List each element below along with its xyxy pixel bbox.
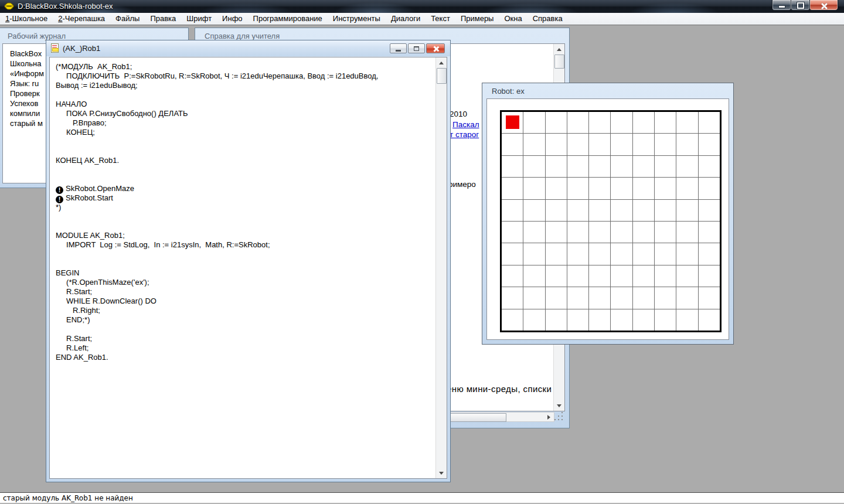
- restore-icon: [797, 2, 804, 9]
- code-line: [56, 325, 436, 334]
- grid-cell: [699, 309, 720, 331]
- robot-maze-view: [486, 98, 729, 340]
- code-line: [56, 147, 436, 156]
- grid-cell: [611, 200, 632, 221]
- scroll-up-button[interactable]: [554, 45, 564, 54]
- scrollbar-thumb[interactable]: [437, 68, 447, 84]
- code-vertical-scrollbar[interactable]: [435, 57, 447, 478]
- grid-cell: [611, 287, 632, 308]
- grid-cell: [633, 287, 654, 308]
- close-button[interactable]: [426, 43, 445, 53]
- grid-cell: [567, 156, 588, 177]
- grid-cell: [655, 134, 676, 155]
- minimize-button[interactable]: [390, 43, 407, 53]
- scroll-down-button[interactable]: [436, 468, 447, 478]
- help-link[interactable]: Паскал: [452, 120, 479, 129]
- code-window-title[interactable]: (AK_)Rob1: [46, 40, 450, 56]
- help-text-fragment: еню мини-среды, списки: [447, 384, 552, 394]
- arrow-up-icon: [557, 48, 561, 51]
- grid-cell: [611, 309, 632, 331]
- grid-cell: [523, 287, 544, 308]
- window-titlebar[interactable]: D:BlackBox.Shkola-robot-ex: [0, 0, 844, 13]
- menu-item-primery[interactable]: Примеры: [455, 13, 499, 25]
- menu-item-info[interactable]: Инфо: [217, 13, 247, 25]
- grid-cell: [655, 112, 676, 133]
- grid-cell: [655, 309, 676, 331]
- scroll-down-button[interactable]: [554, 401, 564, 410]
- menu-item-faily[interactable]: Файлы: [110, 13, 145, 25]
- grid-cell: [523, 265, 544, 287]
- grid-cell: [633, 222, 654, 243]
- grid-cell: [676, 243, 697, 264]
- code-line: WHILE R.DownClear() DO: [56, 297, 436, 306]
- code-line: [56, 250, 436, 259]
- grid-cell: [676, 178, 697, 199]
- menu-item-programmirovanie[interactable]: Программирование: [248, 13, 328, 25]
- robot-window-title[interactable]: Robot: ex: [482, 83, 733, 98]
- grid-cell: [699, 156, 720, 177]
- grid-cell: [523, 178, 544, 199]
- scroll-up-button[interactable]: [436, 58, 447, 67]
- grid-cell: [546, 134, 567, 155]
- grid-cell: [676, 156, 697, 177]
- grid-cell: [502, 222, 523, 243]
- grid-cell: [633, 156, 654, 177]
- code-line: END;*): [56, 315, 436, 325]
- code-line: КОНЕЦ AK_Rob1.: [56, 156, 436, 165]
- grid-cell: [699, 222, 720, 243]
- minimize-button[interactable]: [772, 0, 791, 11]
- grid-cell: [699, 200, 720, 221]
- arrow-right-icon: [547, 415, 550, 420]
- menu-item-shkolnoe[interactable]: 1-Школьное: [0, 13, 53, 25]
- grid-cell: [523, 222, 544, 243]
- grid-cell: [633, 178, 654, 199]
- scroll-right-button[interactable]: [543, 413, 554, 421]
- menu-item-cherepashka[interactable]: 2-Черепашка: [53, 13, 110, 25]
- grid-cell: [699, 265, 720, 287]
- minimize-icon: [396, 50, 401, 52]
- code-line: Вывод := i21eduВывод;: [56, 81, 436, 90]
- menu-item-pravka[interactable]: Правка: [145, 13, 181, 25]
- menu-item-instrumenty[interactable]: Инструменты: [328, 13, 386, 25]
- grid-cell: [655, 156, 676, 177]
- menu-item-tekst[interactable]: Текст: [426, 13, 455, 25]
- menu-item-okna[interactable]: Окна: [499, 13, 527, 25]
- code-line: *): [56, 203, 436, 212]
- restore-button[interactable]: [791, 0, 810, 11]
- grid-cell: [699, 243, 720, 264]
- grid-cell: [633, 309, 654, 331]
- close-button[interactable]: [809, 0, 838, 11]
- grid-cell: [611, 156, 632, 177]
- grid-cell: [502, 243, 523, 264]
- code-line: [56, 259, 436, 268]
- restore-button[interactable]: [408, 43, 425, 53]
- code-line: ПОДКЛЮЧИТЬ P:=SkRobotRu, R:=SkRobot, Ч :…: [56, 71, 436, 81]
- grid-cell: [611, 243, 632, 264]
- code-line: (*R.OpenThisMaze('ex');: [56, 278, 436, 287]
- grid-cell: [611, 112, 632, 133]
- menu-item-dialogi[interactable]: Диалоги: [386, 13, 426, 25]
- grid-cell: [676, 287, 697, 308]
- grid-cell: [567, 243, 588, 264]
- help-link[interactable]: т старог: [450, 130, 479, 139]
- grid-cell: [502, 156, 523, 177]
- menu-item-shrift[interactable]: Шрифт: [181, 13, 217, 25]
- grid-cell: [567, 287, 588, 308]
- grid-cell: [676, 134, 697, 155]
- code-line: BEGIN: [56, 268, 436, 278]
- code-window: (AK_)Rob1 (*МОДУЛЬ AK_Rob1; ПОДКЛЮЧИТЬ P…: [46, 40, 451, 482]
- grid-cell: [611, 265, 632, 287]
- grid-cell: [655, 287, 676, 308]
- resize-grip[interactable]: [554, 412, 565, 422]
- code-line: [56, 212, 436, 222]
- scrollbar-thumb[interactable]: [554, 55, 564, 69]
- grid-cell: [589, 178, 610, 199]
- grid-cell: [699, 287, 720, 308]
- code-caption-buttons: [390, 43, 445, 53]
- restore-icon: [414, 46, 419, 51]
- grid-cell: [523, 200, 544, 221]
- menu-item-spravka[interactable]: Справка: [528, 13, 568, 25]
- grid-cell: [589, 134, 610, 155]
- code-text-area[interactable]: (*МОДУЛЬ AK_Rob1; ПОДКЛЮЧИТЬ P:=SkRobotR…: [50, 57, 436, 478]
- grid-cell: [567, 265, 588, 287]
